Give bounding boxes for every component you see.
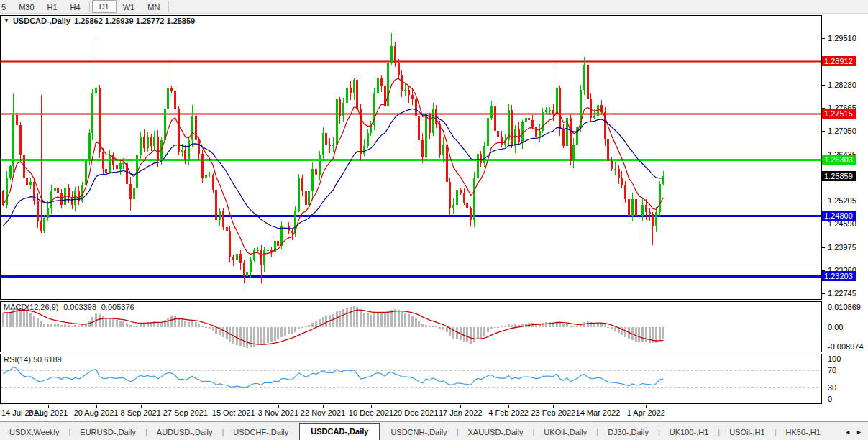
candle-body	[394, 46, 396, 63]
price-panel[interactable]: ▼ USDCAD-,Daily 1.25862 1.25939 1.25772 …	[0, 15, 822, 300]
candlestick-chart[interactable]	[1, 16, 821, 299]
candle-body	[638, 216, 640, 216]
tab-ukoil-daily[interactable]: UKOil-,Daily	[534, 425, 596, 440]
rsi-value: 50.6189	[33, 355, 62, 364]
candle-body	[562, 129, 565, 147]
candle-body	[387, 63, 389, 106]
date-tick-mark	[371, 405, 372, 408]
candle-body	[346, 88, 348, 103]
macd-bar	[463, 327, 465, 341]
candle-body	[473, 178, 475, 220]
macd-bar	[508, 324, 510, 327]
candle-body	[140, 137, 142, 155]
timeframe-button-h1[interactable]: H1	[41, 0, 64, 13]
candle-body	[353, 80, 355, 93]
macd-bar	[570, 326, 572, 327]
price-level-badge: 1.24800	[822, 211, 856, 221]
candle-body	[239, 254, 242, 263]
price-tick-label: 1.28280	[828, 81, 856, 89]
macd-histogram	[2, 306, 664, 347]
date-tick-mark	[508, 405, 509, 408]
macd-bar	[50, 324, 52, 328]
macd-bar	[311, 323, 314, 328]
tab-audusd-daily[interactable]: AUDUSD-,Daily	[147, 425, 222, 440]
macd-bar	[257, 327, 259, 345]
candle-body	[429, 114, 431, 133]
macd-bar	[332, 314, 334, 328]
macd-bar	[415, 318, 417, 327]
price-axis: 1.295101.282801.276651.270501.264351.252…	[822, 14, 868, 421]
macd-bar	[243, 327, 245, 347]
scroll-right-icon[interactable]: ►	[856, 428, 862, 436]
macd-panel[interactable]: MACD(12,26,9) -0.003398 -0.005376	[0, 301, 822, 352]
scroll-left-icon[interactable]: ◄	[844, 428, 851, 436]
date-tick-mark	[416, 405, 416, 408]
timeframe-button-d1[interactable]: D1	[92, 0, 117, 13]
tab-hk50-h1[interactable]: HK50-,H1	[777, 425, 830, 440]
timeframe-button-w1[interactable]: W1	[117, 0, 142, 13]
candle-body	[425, 114, 427, 157]
tab-uk100-h1[interactable]: UK100-,H1	[660, 425, 718, 440]
candle-body	[356, 80, 358, 108]
macd-bar	[226, 327, 228, 339]
macd-bar	[181, 319, 183, 327]
tab-usdcad-daily[interactable]: USDCAD-,Daily	[299, 423, 380, 440]
tab-usoil-h1[interactable]: USOil-,H1	[720, 425, 775, 440]
price-level-badge: 1.27515	[822, 109, 856, 119]
date-tick-mark	[234, 405, 234, 408]
candle-body	[219, 211, 221, 220]
timeframe-button-h4[interactable]: H4	[64, 0, 87, 13]
macd-bar	[195, 322, 197, 327]
macd-bar	[78, 326, 80, 327]
candle-body	[109, 155, 111, 173]
date-tick-mark	[598, 405, 598, 408]
macd-bar	[71, 326, 73, 328]
tab-usdcnh-daily[interactable]: USDCNH-,Daily	[381, 425, 456, 440]
toolbar-separator	[168, 1, 169, 12]
macd-bar	[562, 324, 565, 327]
date-label: 15 Oct 2021	[212, 408, 255, 417]
macd-axis-label: 0.00	[828, 323, 843, 331]
candle-body	[628, 199, 630, 216]
candle-body	[253, 250, 255, 260]
macd-bar	[350, 307, 352, 328]
timeframe-button-m30[interactable]: M30	[12, 0, 40, 13]
candle-body	[662, 176, 664, 184]
candle-body	[611, 161, 613, 169]
candle-body	[201, 154, 204, 178]
candle-body	[404, 90, 406, 92]
macd-bar	[99, 314, 101, 327]
macd-bar	[170, 316, 173, 327]
timeframe-button-5[interactable]: 5	[0, 0, 12, 13]
rsi-line	[4, 367, 664, 388]
tab-xauusd-daily[interactable]: XAUUSD-,Daily	[458, 425, 532, 440]
macd-bar	[470, 327, 472, 343]
tab-dj30-daily[interactable]: DJ30-,Daily	[598, 425, 658, 440]
candle-body	[184, 150, 186, 160]
macd-bar	[325, 316, 327, 328]
rsi-panel[interactable]: RSI(14) 50.6189	[0, 354, 822, 404]
macd-bar	[346, 308, 348, 328]
tab-usdchf-daily[interactable]: USDCHF-,Daily	[224, 425, 298, 440]
date-label: 22 Nov 2021	[301, 408, 345, 417]
timeframe-button-mn[interactable]: MN	[141, 0, 166, 13]
macd-bar	[339, 311, 341, 328]
macd-bar	[263, 327, 265, 344]
macd-bar	[33, 316, 35, 328]
tab-usdx-weekly[interactable]: USDX,Weekly	[0, 425, 68, 440]
date-label: 3 Nov 2021	[258, 408, 298, 417]
macd-bar	[198, 324, 200, 328]
candle-body	[470, 208, 472, 220]
candle-body	[655, 212, 657, 225]
macd-signal-value: -0.005376	[99, 303, 134, 311]
macd-bar	[501, 326, 503, 327]
macd-bar	[239, 327, 242, 346]
candle-body	[452, 205, 454, 208]
candle-body	[301, 178, 303, 191]
tab-eurusd-daily[interactable]: EURUSD-,Daily	[70, 425, 145, 440]
date-tick-mark	[186, 405, 186, 408]
macd-bar	[29, 313, 32, 328]
macd-bar	[88, 321, 91, 327]
candle-body	[542, 112, 544, 131]
macd-bar	[641, 327, 644, 342]
